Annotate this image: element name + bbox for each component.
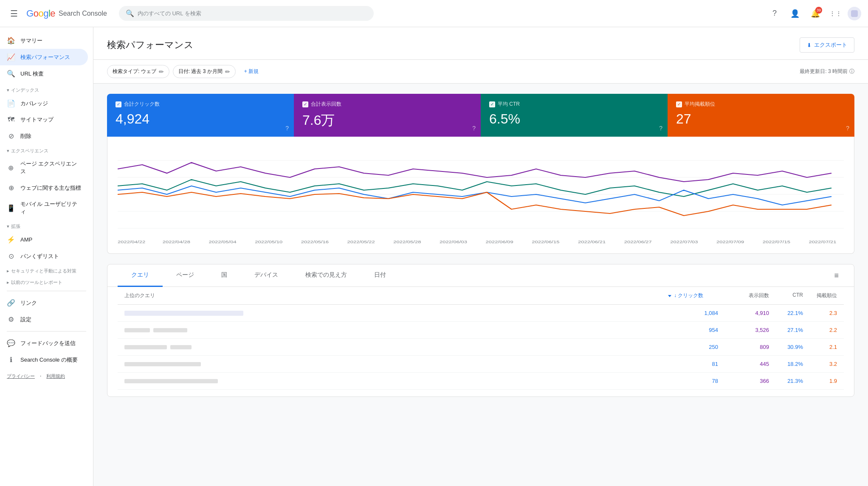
metric-card-position[interactable]: 平均掲載順位 27 ?	[668, 94, 854, 137]
metric-value-position: 27	[676, 111, 846, 127]
sidebar-item-feedback[interactable]: 💬 フィードバックを送信	[0, 335, 88, 351]
filter-bar: 検索タイプ: ウェブ ✏ 日付: 過去 3 か月間 ✏ + 新規 最終更新日: …	[93, 60, 868, 84]
sidebar-item-performance[interactable]: 📈 検索パフォーマンス	[0, 49, 88, 65]
sidebar-item-coverage[interactable]: 📄 カバレッジ	[0, 95, 88, 112]
query-cell	[124, 345, 667, 349]
clicks-cell: 1,084	[667, 310, 718, 316]
sidebar-item-page-experience[interactable]: ⊕ ページ エクスペリエンス	[0, 156, 88, 180]
tab-page[interactable]: ページ	[163, 264, 208, 287]
sidebar-item-removal[interactable]: ⊘ 削除	[0, 128, 88, 144]
export-button[interactable]: ⬇ エクスポート	[800, 37, 854, 53]
position-cell: 3.2	[803, 361, 837, 367]
privacy-link[interactable]: プライバシー	[7, 373, 35, 379]
sidebar: 🏠 サマリー 📈 検索パフォーマンス 🔍 URL 検査 ▾ インデックス 📄 カ…	[0, 27, 93, 486]
position-cell: 2.1	[803, 344, 837, 350]
sidebar-item-sitemap[interactable]: 🗺 サイトマップ	[0, 112, 88, 128]
position-cell: 1.9	[803, 378, 837, 384]
sidebar-item-web-vitals[interactable]: ⊕ ウェブに関する主な指標	[0, 180, 88, 196]
sidebar-item-label: ウェブに関する主な指標	[20, 184, 81, 192]
chevron-right-icon: ▸	[7, 268, 9, 274]
table-row[interactable]: 1,084 4,910 22.1% 2.3	[118, 305, 844, 322]
sidebar-item-summary[interactable]: 🏠 サマリー	[0, 32, 88, 49]
metric-checkbox-position[interactable]	[676, 101, 682, 107]
hamburger-menu[interactable]: ☰	[7, 5, 21, 22]
main-header: 検索パフォーマンス ⬇ エクスポート	[93, 27, 868, 60]
tab-device[interactable]: デバイス	[241, 264, 292, 287]
terms-link[interactable]: 利用規約	[46, 373, 65, 379]
metric-card-clicks[interactable]: 合計クリック数 4,924 ?	[107, 94, 294, 137]
main-content: 検索パフォーマンス ⬇ エクスポート 検索タイプ: ウェブ ✏ 日付: 過去 3…	[93, 27, 868, 486]
ctr-cell: 21.3%	[769, 378, 803, 384]
sort-icon	[667, 293, 672, 298]
sidebar-item-settings[interactable]: ⚙ 設定	[0, 311, 88, 328]
query-cell	[124, 379, 667, 383]
apps-button[interactable]: ⋮⋮	[827, 5, 844, 22]
svg-text:2022/05/04: 2022/05/04	[209, 240, 236, 244]
table-row[interactable]: 250 809 30.9% 2.1	[118, 339, 844, 356]
sidebar-item-label: パンくずリスト	[20, 253, 59, 260]
blurred-query	[124, 311, 243, 316]
sidebar-divider	[7, 291, 86, 291]
svg-text:2022/07/09: 2022/07/09	[716, 240, 744, 244]
tab-date[interactable]: 日付	[361, 264, 400, 287]
clicks-cell: 81	[667, 361, 718, 367]
chevron-down-icon: ▾	[7, 224, 9, 229]
help-button[interactable]: ?	[766, 5, 783, 22]
filter-date[interactable]: 日付: 過去 3 か月間 ✏	[173, 65, 236, 78]
metric-checkbox-impressions[interactable]	[302, 101, 308, 107]
table-row[interactable]: 81 445 18.2% 3.2	[118, 356, 844, 373]
svg-text:2022/06/27: 2022/06/27	[624, 240, 652, 244]
sidebar-item-mobile[interactable]: 📱 モバイル ユーザビリティ	[0, 196, 88, 220]
query-cell	[124, 328, 667, 332]
sidebar-item-amp[interactable]: ⚡ AMP	[0, 231, 88, 248]
svg-text:2022/07/15: 2022/07/15	[763, 240, 790, 244]
gear-icon: ⚙	[7, 315, 15, 323]
plus-circle-icon: ⊕	[7, 164, 15, 172]
metric-help-clicks: ?	[285, 125, 289, 132]
avatar[interactable]	[848, 7, 861, 20]
metric-card-ctr[interactable]: 平均 CTR 6.5% ?	[481, 94, 668, 137]
sidebar-item-url-inspect[interactable]: 🔍 URL 検査	[0, 65, 88, 82]
sidebar-section-extensions[interactable]: ▾ 拡張	[0, 220, 93, 231]
account-button[interactable]: 👤	[786, 5, 803, 22]
search-bar[interactable]: 🔍 内のすべての URL を検索	[119, 6, 374, 21]
metric-checkbox-clicks[interactable]	[116, 101, 121, 107]
sidebar-item-breadcrumbs[interactable]: ⊙ パンくずリスト	[0, 248, 88, 264]
filter-icon[interactable]: ≡	[829, 266, 844, 285]
impressions-cell: 809	[718, 344, 769, 350]
tab-query[interactable]: クエリ	[118, 264, 163, 287]
tab-search-appearance[interactable]: 検索での見え方	[292, 264, 361, 287]
google-logo: Google	[26, 8, 55, 19]
clicks-cell: 250	[667, 344, 718, 350]
metric-value-ctr: 6.5%	[489, 111, 659, 127]
impressions-cell: 445	[718, 361, 769, 367]
add-filter-button[interactable]: + 新規	[239, 65, 264, 78]
last-updated: 最終更新日: 3 時間前 ⓘ	[800, 68, 854, 75]
notifications-button[interactable]: 🔔 39	[807, 5, 824, 22]
sidebar-section-old-tools[interactable]: ▸ 以前のツールとレポート	[0, 276, 93, 287]
svg-text:2022/04/28: 2022/04/28	[163, 240, 190, 244]
filter-search-type[interactable]: 検索タイプ: ウェブ ✏	[107, 65, 169, 78]
metric-card-impressions[interactable]: 合計表示回数 7.6万 ?	[294, 94, 481, 137]
metric-checkbox-ctr[interactable]	[489, 101, 495, 107]
col-header-clicks[interactable]: ↓ クリック数	[667, 292, 718, 299]
table-row[interactable]: 954 3,526 27.1% 2.2	[118, 322, 844, 339]
sidebar-item-links[interactable]: 🔗 リンク	[0, 295, 88, 311]
performance-chart: 2022/04/22 2022/04/28 2022/05/04 2022/05…	[118, 143, 844, 245]
search-placeholder: 内のすべての URL を検索	[138, 10, 201, 17]
sidebar-section-security[interactable]: ▸ セキュリティと手動による対策	[0, 264, 93, 276]
sidebar-section-index[interactable]: ▾ インデックス	[0, 84, 93, 95]
table-row[interactable]: 78 366 21.3% 1.9	[118, 373, 844, 390]
position-cell: 2.2	[803, 327, 837, 333]
sidebar-footer: プライバシー ・ 利用規約	[0, 368, 93, 383]
position-cell: 2.3	[803, 310, 837, 316]
mobile-icon: 📱	[7, 204, 15, 212]
clicks-cell: 78	[667, 378, 718, 384]
tab-country[interactable]: 国	[208, 264, 241, 287]
ctr-cell: 30.9%	[769, 344, 803, 350]
sidebar-item-overview[interactable]: ℹ Search Console の概要	[0, 351, 88, 368]
sidebar-item-label: ページ エクスペリエンス	[20, 160, 81, 175]
ctr-cell: 22.1%	[769, 310, 803, 316]
sidebar-section-experience[interactable]: ▾ エクスペリエンス	[0, 144, 93, 156]
svg-text:2022/04/22: 2022/04/22	[118, 240, 145, 244]
